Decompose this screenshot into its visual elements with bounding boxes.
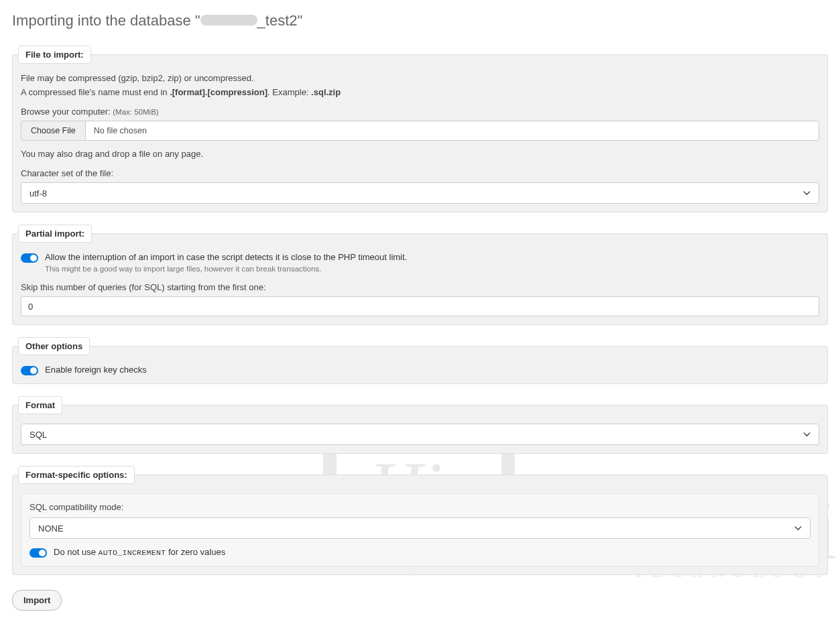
page-title-prefix: Importing into the database " (12, 12, 200, 29)
format-specific-legend: Format-specific options: (18, 466, 135, 484)
compressed-name-hint: A compressed file's name must end in .[f… (21, 87, 819, 97)
charset-label: Character set of the file: (21, 168, 819, 178)
file-chosen-status: No file chosen (86, 121, 155, 140)
drag-drop-hint: You may also drag and drop a file on any… (21, 149, 819, 159)
format-legend: Format (18, 396, 62, 414)
no-autoinc-label-block: Do not use AUTO_INCREMENT for zero value… (54, 547, 811, 557)
toggle-slider (21, 253, 38, 263)
fk-label-block: Enable foreign key checks (45, 365, 819, 375)
partial-import-section: Partial import: Allow the interruption o… (12, 225, 828, 325)
no-autoinc-label: Do not use AUTO_INCREMENT for zero value… (54, 547, 811, 557)
fk-row: Enable foreign key checks (21, 365, 819, 375)
partial-import-legend: Partial import: (18, 225, 92, 243)
no-autoinc-suffix: for zero values (166, 547, 225, 557)
allow-interrupt-sublabel: This might be a good way to import large… (45, 265, 819, 273)
file-to-import-section: File to import: File may be compressed (… (12, 46, 828, 212)
allow-interrupt-label: Allow the interruption of an import in c… (45, 252, 819, 262)
foreign-key-toggle[interactable] (21, 366, 38, 375)
charset-select-wrapper[interactable]: utf-8 (21, 182, 819, 204)
page-title: Importing into the database "_test2" (12, 12, 828, 29)
page-title-suffix: _test2" (257, 12, 303, 29)
sql-compat-label: SQL compatibility mode: (29, 502, 811, 512)
compressed-name-example: .sql.zip (311, 87, 341, 97)
sql-compat-select[interactable]: NONE (30, 518, 810, 538)
browse-label: Browse your computer: (21, 107, 113, 117)
allow-interrupt-row: Allow the interruption of an import in c… (21, 252, 819, 273)
skip-queries-input[interactable] (21, 296, 819, 316)
other-options-legend: Other options (18, 337, 90, 355)
no-autoinc-prefix: Do not use (54, 547, 99, 557)
import-button[interactable]: Import (12, 590, 62, 611)
format-section: Format SQL (12, 396, 828, 454)
compressed-name-pattern: .[format].[compression] (170, 87, 267, 97)
skip-queries-label: Skip this number of queries (for SQL) st… (21, 282, 819, 292)
compressed-hint: File may be compressed (gzip, bzip2, zip… (21, 73, 819, 83)
foreign-key-label: Enable foreign key checks (45, 365, 819, 375)
charset-select[interactable]: utf-8 (21, 183, 819, 203)
choose-file-button[interactable]: Choose File (21, 121, 86, 140)
no-autoinc-toggle[interactable] (29, 548, 47, 558)
compressed-name-mid: . Example: (267, 87, 311, 97)
file-input[interactable]: Choose File No file chosen (21, 121, 819, 141)
format-specific-section: Format-specific options: SQL compatibili… (12, 466, 828, 575)
sql-compat-select-wrapper[interactable]: NONE (29, 517, 811, 539)
no-autoinc-row: Do not use AUTO_INCREMENT for zero value… (29, 547, 811, 558)
allow-interrupt-toggle[interactable] (21, 253, 38, 263)
compressed-name-prefix: A compressed file's name must end in (21, 87, 170, 97)
file-to-import-legend: File to import: (18, 46, 91, 64)
allow-interrupt-label-block: Allow the interruption of an import in c… (45, 252, 819, 273)
toggle-slider (29, 548, 47, 558)
format-select[interactable]: SQL (21, 424, 819, 444)
redacted-db-name (200, 15, 257, 25)
format-select-wrapper[interactable]: SQL (21, 424, 819, 445)
sql-options-panel: SQL compatibility mode: NONE Do not use … (21, 493, 819, 566)
browse-max: (Max: 50MiB) (113, 108, 158, 116)
other-options-section: Other options Enable foreign key checks (12, 337, 828, 384)
browse-label-row: Browse your computer: (Max: 50MiB) (21, 107, 819, 117)
toggle-slider (21, 366, 38, 375)
no-autoinc-mono: AUTO_INCREMENT (99, 548, 166, 557)
